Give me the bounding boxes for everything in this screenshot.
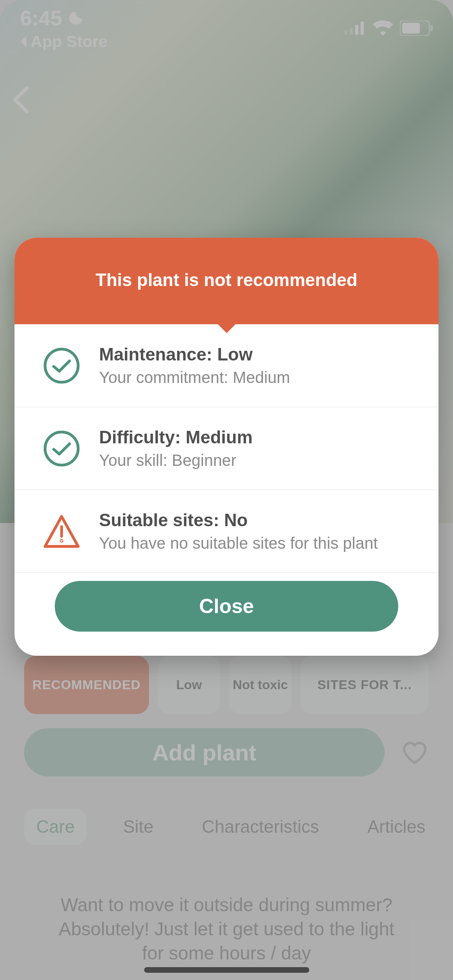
row-title: Difficulty: Medium <box>99 427 252 447</box>
row-subtitle: You have no suitable sites for this plan… <box>99 534 378 552</box>
row-title: Maintenance: Low <box>99 344 290 364</box>
modal-row-maintenance: Maintenance: Low Your commitment: Medium <box>14 324 439 407</box>
check-circle-icon <box>43 430 81 467</box>
modal-title: This plant is not recommended <box>14 238 439 324</box>
recommendation-modal: This plant is not recommended Maintenanc… <box>14 238 439 656</box>
modal-row-sites: Suitable sites: No You have no suitable … <box>14 490 439 573</box>
check-circle-icon <box>43 347 81 385</box>
row-subtitle: Your skill: Beginner <box>99 451 252 469</box>
svg-point-8 <box>45 432 78 465</box>
warning-triangle-icon <box>43 513 81 550</box>
svg-point-7 <box>45 349 78 382</box>
svg-point-11 <box>61 540 62 541</box>
row-title: Suitable sites: No <box>99 510 378 530</box>
row-subtitle: Your commitment: Medium <box>99 369 290 387</box>
modal-row-difficulty: Difficulty: Medium Your skill: Beginner <box>14 407 439 490</box>
close-button[interactable]: Close <box>55 581 398 632</box>
